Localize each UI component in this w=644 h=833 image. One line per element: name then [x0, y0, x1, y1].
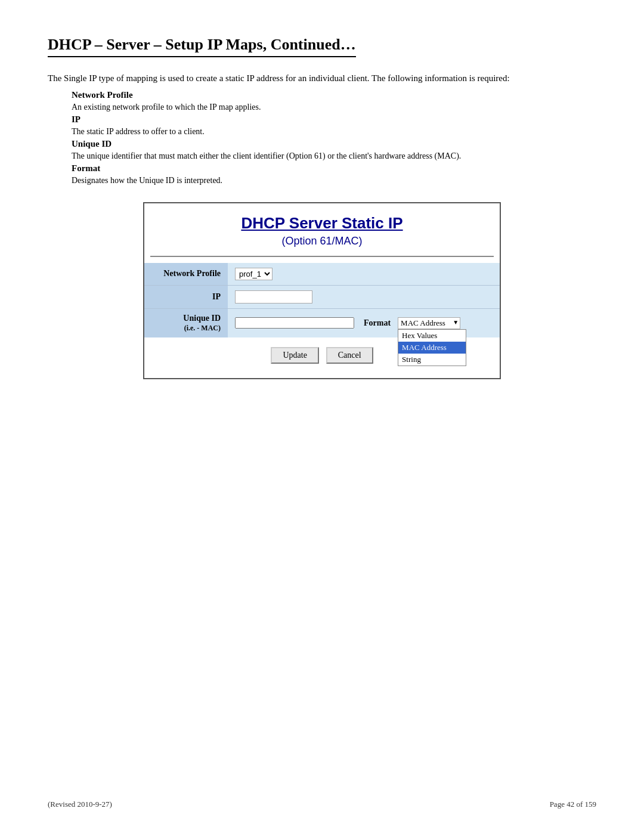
ip-form-label: IP: [144, 285, 228, 308]
format-selected-value: MAC Address: [401, 318, 445, 327]
ip-row: IP: [144, 285, 500, 308]
unique-id-row: Unique ID (i.e. - MAC) Format MAC Addres…: [144, 308, 500, 337]
unique-id-form-input-cell: Format MAC Address ▼ Hex Values MAC Addr…: [228, 308, 500, 337]
dialog-header: DHCP Server Static IP (Option 61/MAC): [144, 203, 500, 256]
network-profile-desc: An existing network profile to which the…: [72, 103, 596, 112]
dialog-divider: [150, 256, 494, 257]
dhcp-dialog: DHCP Server Static IP (Option 61/MAC) Ne…: [143, 202, 501, 379]
network-profile-row: Network Profile prof_1: [144, 263, 500, 286]
format-label-text: Format: [72, 163, 100, 173]
ip-input[interactable]: [235, 290, 312, 304]
dropdown-arrow-icon: ▼: [453, 319, 459, 326]
update-button[interactable]: Update: [271, 347, 318, 364]
footer-page-number: Page 42 of 159: [550, 800, 596, 809]
unique-id-input[interactable]: [235, 317, 354, 329]
network-profile-select[interactable]: prof_1: [235, 268, 273, 280]
format-dropdown-wrapper: MAC Address ▼ Hex Values MAC Address Str…: [398, 317, 460, 329]
format-desc: Designates how the Unique ID is interpre…: [72, 176, 596, 185]
ip-desc: The static IP address to offer to a clie…: [72, 127, 596, 137]
unique-id-form-label: Unique ID (i.e. - MAC): [144, 308, 228, 337]
footer-revised: (Revised 2010-9-27): [48, 800, 112, 809]
network-profile-form-input-cell: prof_1: [228, 263, 500, 286]
format-option-mac[interactable]: MAC Address: [398, 342, 466, 354]
format-option-hex[interactable]: Hex Values: [398, 330, 466, 342]
format-dropdown-list: Hex Values MAC Address String: [398, 329, 466, 366]
ip-form-input-cell: [228, 285, 500, 308]
ip-label: IP: [72, 114, 80, 124]
cancel-button[interactable]: Cancel: [326, 347, 373, 364]
format-option-string[interactable]: String: [398, 354, 466, 366]
dialog-title: DHCP Server Static IP: [150, 214, 494, 233]
unique-id-label: Unique ID: [72, 139, 112, 148]
page-title: DHCP – Server – Setup IP Maps, Continued…: [48, 36, 356, 57]
network-profile-label: Network Profile: [72, 90, 133, 100]
dialog-subtitle: (Option 61/MAC): [150, 235, 494, 247]
intro-paragraph: The Single IP type of mapping is used to…: [48, 72, 596, 85]
format-select-display[interactable]: MAC Address ▼: [398, 317, 460, 329]
unique-id-desc: The unique identifier that must match ei…: [72, 151, 596, 161]
page-footer: (Revised 2010-9-27) Page 42 of 159: [48, 800, 596, 809]
format-label: Format: [364, 318, 391, 328]
network-profile-form-label: Network Profile: [144, 263, 228, 286]
form-table: Network Profile prof_1 IP Unique ID (i.e…: [144, 263, 500, 337]
